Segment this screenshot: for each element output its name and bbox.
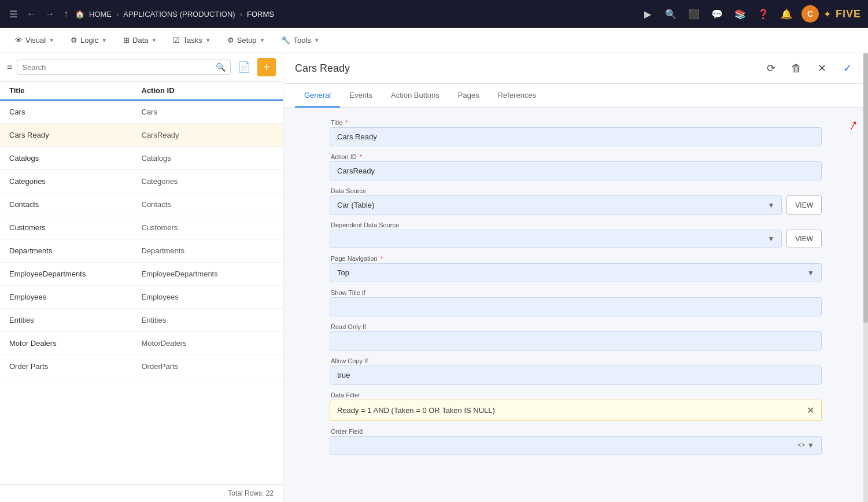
table-row[interactable]: Motor Dealers MotorDealers (0, 332, 283, 355)
play-icon[interactable]: ▶ (640, 6, 656, 22)
nav-setup[interactable]: ⚙ Setup ▼ (221, 32, 271, 48)
visual-dropdown-icon: ▼ (49, 37, 54, 43)
hamburger-icon[interactable]: ☰ (7, 6, 20, 22)
table-row[interactable]: Cars Cars (0, 101, 283, 124)
dependent-data-source-select[interactable]: ▼ (330, 230, 782, 248)
search-icon[interactable]: 🔍 (216, 62, 226, 72)
table-row[interactable]: Employees Employees (0, 286, 283, 309)
save-icon[interactable]: ✓ (838, 59, 856, 77)
help-icon[interactable]: ❓ (755, 6, 771, 22)
nav-data-label: Data (132, 36, 148, 45)
books-icon[interactable]: 📚 (732, 6, 748, 22)
action-id-field: Action ID * (330, 153, 822, 180)
data-icon: ⊞ (123, 36, 130, 45)
up-icon[interactable]: ↑ (61, 6, 71, 21)
bell-icon[interactable]: 🔔 (778, 6, 795, 22)
delete-icon[interactable]: 🗑 (787, 59, 806, 77)
logic-dropdown-icon: ▼ (101, 37, 107, 43)
table-row[interactable]: Cars Ready CarsReady (0, 124, 283, 147)
order-field-select[interactable]: <> ▼ (330, 436, 822, 455)
read-only-if-input[interactable] (330, 331, 822, 350)
logo-container: ✦ FIVE (823, 8, 861, 20)
tools-icon: 🔧 (281, 36, 290, 45)
data-source-field: Data Source Car (Table) ▼ VIEW (330, 187, 822, 215)
page-navigation-label: Page Navigation * (330, 255, 822, 262)
row-title: Contacts (9, 200, 142, 209)
main-layout: ≡ 🔍 📄 + Title Action ID Cars Cars Cars R… (0, 53, 868, 502)
nav-tools[interactable]: 🔧 Tools ▼ (275, 32, 325, 48)
breadcrumb: 🏠 HOME › APPLICATIONS (PRODUCTION) › FOR… (75, 10, 635, 19)
content-title: Cars Ready (295, 62, 755, 75)
dependent-data-source-field: Dependent Data Source ▼ VIEW (330, 222, 822, 248)
table-row[interactable]: Contacts Contacts (0, 193, 283, 216)
dependent-data-source-wrapper: ▼ VIEW (330, 230, 822, 248)
stop-icon[interactable]: ⬛ (686, 6, 702, 22)
code-icon: <> (797, 441, 805, 449)
breadcrumb-sep-2: › (240, 10, 242, 19)
title-label: Title * (330, 119, 822, 126)
data-source-view-button[interactable]: VIEW (786, 195, 822, 215)
data-source-select[interactable]: Car (Table) ▼ (330, 195, 782, 215)
show-title-if-field: Show Title If (330, 289, 822, 316)
page-navigation-value: Top (337, 268, 349, 277)
breadcrumb-applications[interactable]: APPLICATIONS (PRODUCTION) (123, 10, 235, 19)
tasks-dropdown-icon: ▼ (205, 37, 211, 43)
table-row[interactable]: Categories Categories (0, 170, 283, 193)
row-actionid: Customers (142, 223, 274, 232)
table-row[interactable]: Customers Customers (0, 216, 283, 239)
tab-events[interactable]: Events (340, 84, 382, 108)
show-title-if-label: Show Title If (330, 289, 822, 296)
table-row[interactable]: Entities Entities (0, 309, 283, 332)
data-source-label: Data Source (330, 187, 822, 194)
action-id-input[interactable] (330, 161, 822, 180)
back-icon[interactable]: ← (24, 6, 38, 21)
tab-references[interactable]: References (489, 84, 545, 108)
tab-pages[interactable]: Pages (449, 84, 489, 108)
forward-icon[interactable]: → (43, 6, 57, 21)
dependent-data-source-dropdown-icon: ▼ (767, 235, 774, 243)
nav-tasks[interactable]: ☑ Tasks ▼ (167, 32, 216, 48)
data-source-value: Car (Table) (337, 201, 374, 209)
order-field-label: Order Field (330, 428, 822, 435)
table-row[interactable]: Catalogs Catalogs (0, 147, 283, 170)
tab-action-buttons[interactable]: Action Buttons (382, 84, 449, 108)
row-actionid: Employees (142, 293, 274, 301)
allow-copy-if-input[interactable] (330, 366, 822, 385)
scroll-indicator[interactable] (863, 53, 868, 502)
nav-logic[interactable]: ⚙ Logic ▼ (65, 32, 113, 48)
form-content: Title * Action ID * Data Source Car (Tab… (283, 108, 868, 502)
history-icon[interactable]: ⟳ (762, 59, 780, 77)
row-actionid: Catalogs (142, 154, 274, 163)
row-title: Employees (9, 293, 142, 301)
search-input[interactable] (22, 63, 216, 72)
sidebar: ≡ 🔍 📄 + Title Action ID Cars Cars Cars R… (0, 53, 283, 502)
search-nav-icon[interactable]: 🔍 (663, 6, 679, 22)
row-actionid: Entities (142, 316, 274, 324)
avatar[interactable]: C (801, 5, 819, 23)
dependent-data-source-view-button[interactable]: VIEW (786, 230, 822, 248)
close-icon[interactable]: ✕ (812, 59, 831, 77)
sidebar-menu-icon[interactable]: ≡ (7, 62, 12, 72)
table-row[interactable]: Departments Departments (0, 239, 283, 263)
chat-icon[interactable]: 💬 (709, 6, 725, 22)
document-icon[interactable]: 📄 (235, 58, 253, 76)
logic-icon: ⚙ (71, 36, 77, 45)
nav-visual-label: Visual (25, 36, 46, 45)
breadcrumb-forms[interactable]: FORMS (247, 10, 274, 19)
table-header: Title Action ID (0, 82, 283, 101)
nav-visual[interactable]: 👁 Visual ▼ (9, 32, 60, 48)
page-navigation-select[interactable]: Top ▼ (330, 263, 822, 282)
tab-general[interactable]: General (295, 84, 340, 108)
title-input[interactable] (330, 127, 822, 146)
data-filter-close-icon[interactable]: ✕ (807, 405, 814, 416)
top-nav-actions: ▶ 🔍 ⬛ 💬 📚 ❓ 🔔 C (640, 5, 819, 23)
row-title: Cars (9, 108, 142, 116)
tabs: General Events Action Buttons Pages Refe… (283, 84, 868, 108)
breadcrumb-home[interactable]: HOME (89, 10, 112, 19)
table-row[interactable]: EmployeeDepartments EmployeeDepartments (0, 263, 283, 286)
nav-data[interactable]: ⊞ Data ▼ (117, 32, 162, 48)
home-icon: 🏠 (75, 10, 84, 19)
table-row[interactable]: Order Parts OrderParts (0, 355, 283, 378)
show-title-if-input[interactable] (330, 297, 822, 316)
add-button[interactable]: + (257, 58, 276, 76)
